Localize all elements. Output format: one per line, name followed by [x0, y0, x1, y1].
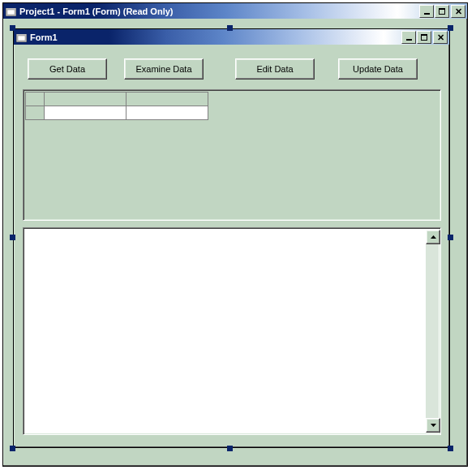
svg-rect-1	[6, 6, 16, 8]
svg-rect-4	[16, 32, 27, 34]
scroll-up-button[interactable]	[426, 230, 440, 244]
chevron-down-icon	[431, 424, 436, 427]
ide-window-title: Project1 - Form1 (Form) (Read Only)	[19, 6, 418, 16]
svg-rect-5	[18, 36, 25, 41]
button-row: Get Data Examine Data Edit Data Update D…	[28, 58, 435, 80]
scroll-down-button[interactable]	[426, 418, 440, 433]
grid-cell[interactable]	[127, 106, 208, 120]
ide-window-titlebar: Project1 - Form1 (Form) (Read Only) ✕	[3, 3, 467, 19]
form1-titlebar: Form1 ✕	[14, 29, 449, 45]
edit-data-button[interactable]: Edit Data	[235, 58, 315, 80]
examine-data-button[interactable]: Examine Data	[124, 58, 204, 80]
selection-handle[interactable]	[448, 235, 453, 240]
msflexgrid-control[interactable]	[23, 89, 441, 221]
selection-handle[interactable]	[10, 235, 15, 240]
grid-table	[25, 92, 208, 120]
window-controls: ✕	[401, 31, 448, 44]
selection-handle[interactable]	[448, 446, 453, 451]
selection-handle[interactable]	[10, 25, 15, 31]
vb-form-icon	[6, 6, 16, 16]
grid-fixed-cell	[127, 93, 208, 106]
window-controls: ✕	[418, 5, 465, 18]
grid-fixed-cell	[26, 93, 45, 106]
svg-marker-6	[431, 235, 436, 239]
minimize-button[interactable]	[419, 5, 434, 18]
grid-fixed-cell	[26, 106, 45, 120]
form1-client-area: Get Data Examine Data Edit Data Update D…	[16, 47, 447, 445]
form1-window[interactable]: Form1 ✕ Get Data Examine Data Edit Data …	[13, 28, 450, 448]
grid-cell[interactable]	[45, 106, 127, 120]
chevron-up-icon	[431, 235, 436, 239]
grid-header-row	[26, 93, 208, 106]
get-data-button[interactable]: Get Data	[28, 58, 107, 80]
update-data-button[interactable]: Update Data	[338, 58, 418, 80]
maximize-button[interactable]	[435, 5, 449, 18]
svg-marker-7	[431, 424, 436, 427]
vertical-scrollbar[interactable]	[426, 230, 439, 433]
minimize-button[interactable]	[401, 31, 416, 44]
selection-handle[interactable]	[10, 446, 15, 451]
close-button[interactable]: ✕	[433, 31, 448, 44]
form1-title: Form1	[30, 32, 401, 42]
selection-handle[interactable]	[227, 25, 233, 31]
selection-handle[interactable]	[227, 446, 233, 451]
output-textbox[interactable]	[23, 227, 441, 435]
svg-rect-2	[7, 10, 15, 15]
grid-data-row	[26, 106, 208, 120]
close-button[interactable]: ✕	[451, 5, 465, 18]
designer-client-area: Form1 ✕ Get Data Examine Data Edit Data …	[5, 20, 465, 464]
vb-form-icon	[16, 32, 27, 42]
grid-fixed-cell	[45, 93, 127, 106]
selection-handle[interactable]	[448, 25, 453, 31]
ide-designer-window: Project1 - Form1 (Form) (Read Only) ✕	[2, 2, 468, 467]
maximize-button[interactable]	[417, 31, 431, 44]
